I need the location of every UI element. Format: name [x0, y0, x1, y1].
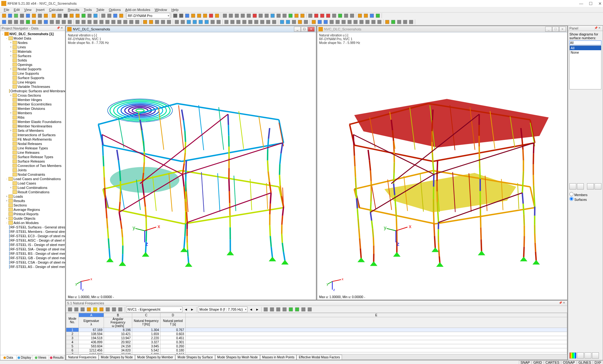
toolbar-button[interactable]	[118, 13, 124, 19]
tree-item-load-combinations[interactable]: +Load Combinations	[1, 185, 64, 190]
panel-color-btn[interactable]	[569, 352, 576, 359]
tree-item-member-hinges[interactable]: Member Hinges	[1, 98, 64, 102]
panel-pin-icon[interactable]: 📌	[594, 26, 598, 30]
tree-item-loads[interactable]: +Loads	[1, 194, 64, 199]
toolbar-button[interactable]	[105, 307, 111, 312]
toolbar-button[interactable]	[402, 19, 408, 25]
table-tab-3[interactable]: Mode Shapes by Surface	[175, 355, 215, 360]
menu-add-on-modules[interactable]: Add-on Modules	[123, 8, 152, 12]
toolbar-button[interactable]	[111, 307, 117, 312]
toolbar-button[interactable]	[174, 19, 180, 25]
toolbar-button[interactable]	[294, 13, 299, 19]
toolbar-button[interactable]	[307, 307, 312, 312]
toolbar-button[interactable]	[142, 19, 148, 25]
toolbar-button[interactable]	[311, 19, 317, 25]
table-close-icon[interactable]: ✕	[562, 301, 566, 305]
loadcase-combo[interactable]: NVC1 - Eigengewicht	[126, 307, 182, 312]
table-row[interactable]: 61212.45634.8205.5420.180	[66, 348, 567, 352]
navigator-close-icon[interactable]: ✕	[60, 26, 64, 30]
toolbar-button[interactable]	[300, 13, 305, 19]
tree-item-surface-supports[interactable]: Surface Supports	[1, 76, 64, 80]
toolbar-button[interactable]	[313, 13, 319, 19]
tree-item-line-hinges[interactable]: Line Hinges	[1, 80, 64, 84]
toolbar-button[interactable]	[384, 19, 390, 25]
tree-item-results[interactable]: +Results	[1, 199, 64, 203]
toolbar-button[interactable]	[99, 19, 104, 25]
view-max-button[interactable]: ☐	[552, 27, 559, 32]
toolbar-button[interactable]	[148, 19, 154, 25]
tree-item-ribs[interactable]: Ribs	[1, 115, 64, 120]
table-row[interactable]: 167.1698.1961.3040.767	[66, 328, 567, 332]
toolbar-button[interactable]	[234, 13, 240, 19]
close-button[interactable]: ✕	[598, 1, 602, 6]
modeshape-combo[interactable]: Mode Shape 8 (f : 7.705 Hz)	[198, 307, 247, 312]
toolbar-button[interactable]	[67, 307, 73, 312]
toolbar-button[interactable]	[73, 307, 79, 312]
toolbar-button[interactable]	[208, 13, 214, 19]
tree-item-variable-thicknesses[interactable]: Variable Thicknesses	[1, 84, 64, 89]
toolbar-button[interactable]	[240, 13, 246, 19]
toolbar-button[interactable]	[75, 13, 80, 19]
tree-item-average-regions[interactable]: Average Regions	[1, 207, 64, 212]
tree-item-load-cases[interactable]: Load Cases	[1, 181, 64, 185]
toolbar-button[interactable]	[307, 13, 313, 19]
toolbar-button[interactable]	[190, 13, 196, 19]
menu-window[interactable]: Window	[153, 8, 169, 12]
toolbar-button[interactable]	[192, 19, 198, 25]
model-view-1[interactable]: NVC_DLC_Screenshots_☐✕Natural vibration …	[66, 26, 316, 300]
toolbar-button[interactable]	[228, 13, 234, 19]
toolbar-button[interactable]	[7, 19, 13, 25]
view-close-button[interactable]: ✕	[308, 27, 315, 32]
toolbar-button[interactable]	[246, 13, 252, 19]
tree-item-model-data[interactable]: -Model Data	[1, 36, 64, 40]
toolbar-button[interactable]	[184, 13, 190, 19]
toolbar-button[interactable]	[112, 13, 118, 19]
toolbar-button[interactable]	[69, 13, 74, 19]
tree-item-members[interactable]: +Members	[1, 111, 64, 115]
toolbar-button[interactable]	[81, 19, 86, 25]
toolbar-button[interactable]	[343, 13, 349, 19]
tree-item-connection-of-two-members[interactable]: Connection of Two Members	[1, 163, 64, 168]
toolbar-button[interactable]	[204, 19, 209, 25]
toolbar-button[interactable]	[271, 19, 277, 25]
tree-item-guide-objects[interactable]: +Guide Objects	[1, 216, 64, 221]
toolbar-button[interactable]	[7, 13, 13, 19]
tree-item-nodal-constraints[interactable]: Nodal Constraints	[1, 172, 64, 177]
tree-item-sections[interactable]: Sections	[1, 203, 64, 207]
toolbar-button[interactable]	[1, 13, 7, 19]
toolbar-button[interactable]	[55, 19, 61, 25]
view-max-button[interactable]: ☐	[301, 27, 308, 32]
toolbar-button[interactable]	[19, 19, 25, 25]
tree-item-line-release-types[interactable]: Line Release Types	[1, 146, 64, 150]
toolbar-button[interactable]	[37, 13, 43, 19]
toolbar-button[interactable]	[294, 307, 300, 312]
toolbar-button[interactable]	[196, 13, 202, 19]
panel-btn-4[interactable]	[595, 183, 601, 190]
toolbar-button[interactable]	[75, 19, 80, 25]
toolbar-button[interactable]	[252, 13, 258, 19]
toolbar-button[interactable]	[198, 19, 204, 25]
addon-module-combo[interactable]: RF-DYNAM Pro	[126, 13, 170, 19]
toolbar-button[interactable]	[51, 13, 57, 19]
toolbar-button[interactable]	[337, 13, 343, 19]
tree-item-rf-steel-bs-design-of-steel-me[interactable]: RF-STEEL BS - Design of steel members	[1, 251, 64, 256]
toolbar-button[interactable]	[92, 307, 98, 312]
toolbar-button[interactable]	[1, 19, 7, 25]
toolbar-button[interactable]	[357, 13, 363, 19]
toolbar-button[interactable]	[214, 13, 220, 19]
table-tab-4[interactable]: Mode Shapes by Mesh Node	[215, 355, 260, 360]
toolbar-button[interactable]	[106, 13, 112, 19]
tree-item-nodal-supports[interactable]: +Nodal Supports	[1, 67, 64, 71]
menu-file[interactable]: File	[2, 8, 11, 12]
tree-item-rf-steel-sia-design-of-steel-m[interactable]: RF-STEEL SIA - Design of steel members	[1, 247, 64, 251]
toolbar-button[interactable]	[375, 13, 381, 19]
menu-insert[interactable]: Insert	[34, 8, 46, 12]
status-grid[interactable]: GRID	[532, 361, 544, 364]
toolbar-button[interactable]	[288, 307, 294, 312]
status-cartes[interactable]: CARTES	[544, 361, 561, 364]
tree-item-rf-steel-gb-design-of-steel-me[interactable]: RF-STEEL GB - Design of steel members	[1, 256, 64, 260]
maximize-button[interactable]: ☐	[589, 1, 593, 6]
toolbar-button[interactable]	[258, 13, 263, 19]
nav-arrow[interactable]: ►	[254, 307, 260, 312]
toolbar-button[interactable]	[43, 19, 49, 25]
